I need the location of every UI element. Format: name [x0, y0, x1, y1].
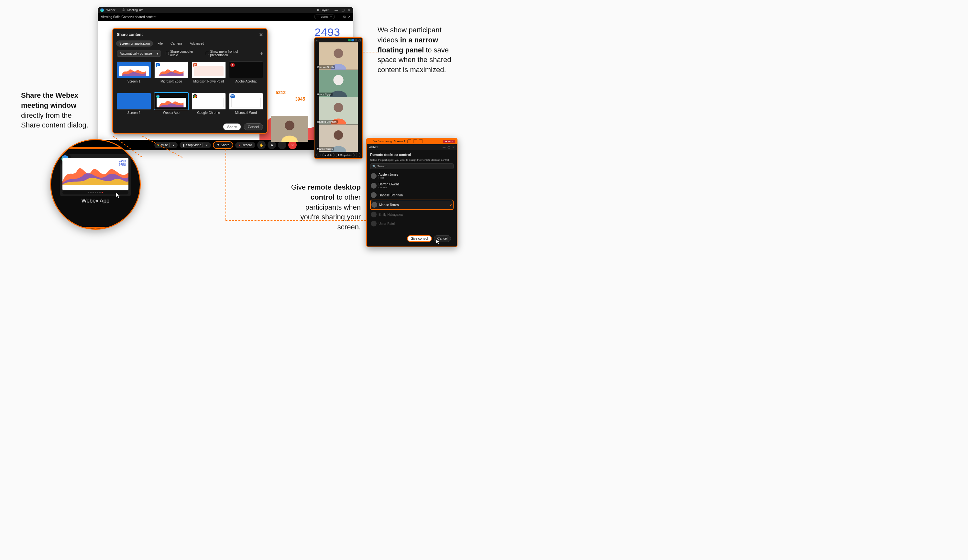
- zoom-label: Webex App: [51, 198, 140, 204]
- cursor-icon: [436, 239, 441, 245]
- end-call-button[interactable]: ✕: [288, 141, 297, 149]
- panel-menu-icon[interactable]: ⌄: [316, 39, 318, 42]
- window-minimize[interactable]: —: [335, 8, 338, 12]
- participant-tile[interactable]: Clarissa Smith: [315, 42, 362, 70]
- pop-out-icon[interactable]: ⧉: [343, 15, 346, 19]
- participant-tile[interactable]: Marise Torres: [315, 124, 362, 152]
- connector-panel: [363, 52, 378, 52]
- window-maximize[interactable]: ▢: [448, 146, 450, 149]
- window-maximize[interactable]: ▢: [341, 8, 345, 12]
- optimize-select[interactable]: Automatically optimize▾: [117, 50, 161, 56]
- share-icon: ⬆: [217, 143, 219, 147]
- chevron-down-icon: ▾: [157, 52, 158, 55]
- rd-row[interactable]: Isabelle Brennan: [370, 191, 454, 200]
- chart-bignum-1: 2493: [315, 26, 340, 38]
- share-cancel-button[interactable]: Cancel: [244, 123, 263, 130]
- share-item-chrome[interactable]: Google Chrome: [192, 93, 226, 121]
- zoom-webex-app-thumb: 2493 7658 Webex App: [50, 139, 141, 230]
- window-close[interactable]: ✕: [452, 146, 455, 149]
- sharing-options-icon[interactable]: [419, 139, 423, 143]
- panel-self-view[interactable]: [317, 153, 321, 157]
- video-menu[interactable]: [202, 143, 208, 147]
- rd-row-disabled: Emily Nakagawa: [370, 210, 454, 219]
- tab-camera[interactable]: Camera: [167, 40, 186, 46]
- rd-row[interactable]: Austen JonesHost: [370, 171, 454, 181]
- sharing-annotate-icon[interactable]: [413, 139, 417, 143]
- window-close[interactable]: ✕: [348, 8, 351, 12]
- tab-advanced[interactable]: Advanced: [187, 40, 207, 46]
- connector-share-to-rd-v: [225, 149, 226, 220]
- rd-row-selected[interactable]: Marise Torres ✓: [370, 200, 454, 210]
- share-item-screen-2[interactable]: Screen 2: [117, 93, 151, 121]
- window-minimize[interactable]: —: [443, 146, 446, 149]
- share-item-screen-1[interactable]: Screen 1: [117, 61, 151, 89]
- panel-close-icon[interactable]: ▢: [358, 39, 361, 42]
- avatar: [371, 183, 376, 189]
- svg-point-3: [334, 48, 343, 58]
- avatar: [371, 202, 377, 208]
- share-item-acrobat[interactable]: A Adobe Acrobat: [229, 61, 264, 89]
- camera-icon: ▮: [183, 143, 185, 147]
- expand-icon[interactable]: ⤢: [348, 15, 350, 19]
- show-me-checkbox[interactable]: Show me in front of presentation: [206, 50, 255, 57]
- mute-button[interactable]: ● Mute: [154, 142, 177, 148]
- reactions-button[interactable]: ☻: [268, 141, 276, 149]
- more-button[interactable]: ⋯: [278, 141, 286, 149]
- panel-mute-button[interactable]: ●Mute: [322, 153, 335, 157]
- avatar: [371, 173, 376, 179]
- svg-point-9: [334, 130, 343, 140]
- dialog-title: Share content: [117, 32, 143, 37]
- gear-icon[interactable]: ⚙: [260, 52, 263, 55]
- panel-stop-video-button[interactable]: ▮Stop video: [336, 153, 355, 157]
- sharing-chevron-icon[interactable]: ⌄: [369, 140, 371, 143]
- webex-logo-icon: [100, 8, 104, 12]
- participant-tile[interactable]: Isabelle Brennan: [315, 97, 362, 124]
- rd-participant-list: Austen JonesHost Darren OwensCohost Isab…: [370, 171, 454, 231]
- participants-floating-panel[interactable]: ⌄ ▢ Clarissa Smith Henry Riggs Isabelle …: [314, 37, 363, 159]
- record-button[interactable]: ● Record: [235, 142, 255, 148]
- stop-video-button[interactable]: ▮ Stop video: [179, 142, 211, 148]
- mute-menu[interactable]: [169, 143, 174, 147]
- give-control-button[interactable]: Give control: [407, 235, 432, 242]
- svg-point-7: [334, 103, 343, 112]
- zoom-control[interactable]: − 100% +: [314, 15, 335, 19]
- raise-hand-button[interactable]: ✋: [257, 141, 265, 149]
- callout-remote-control: Give remote desktop control to other par…: [286, 182, 361, 232]
- share-audio-checkbox[interactable]: Share computer audio: [166, 50, 201, 57]
- cursor-icon: [115, 192, 122, 199]
- viewing-label: Viewing Sofia Gomez's shared content: [101, 15, 156, 19]
- share-item-word[interactable]: W Microsoft Word: [229, 93, 264, 121]
- share-item-powerpoint[interactable]: P Microsoft PowerPoint: [192, 61, 226, 89]
- share-content-dialog: Share content ✕ Screen or application Fi…: [112, 28, 268, 134]
- meeting-info-icon[interactable]: ⓘ: [122, 8, 125, 12]
- sharing-pause-icon[interactable]: [407, 139, 411, 143]
- viewing-bar: Viewing Sofia Gomez's shared content − 1…: [98, 13, 353, 21]
- sharing-target[interactable]: Screen 1: [394, 140, 405, 143]
- zoom-out[interactable]: −: [317, 15, 319, 18]
- search-icon: 🔍: [372, 165, 376, 168]
- rd-window-title: Webex: [369, 146, 378, 149]
- app-name: Webex: [106, 8, 116, 12]
- avatar: [371, 212, 376, 217]
- share-confirm-button[interactable]: Share: [223, 123, 241, 130]
- share-item-edge[interactable]: ◐ Microsoft Edge: [154, 61, 189, 89]
- share-button[interactable]: ⬆ Share: [213, 141, 233, 149]
- remote-desktop-dialog: ⌄ You're sharing Screen 1 ■ Stop Webex —…: [366, 138, 457, 247]
- layout-button[interactable]: ▦ Layout: [317, 8, 329, 12]
- panel-more[interactable]: [356, 153, 360, 157]
- sharing-toolbar[interactable]: ⌄ You're sharing Screen 1 ■ Stop: [367, 138, 457, 144]
- self-view-thumbnail[interactable]: [269, 116, 311, 142]
- participant-tile[interactable]: Henry Riggs: [315, 70, 362, 98]
- stop-sharing-button[interactable]: ■ Stop: [443, 140, 455, 143]
- rd-search-input[interactable]: 🔍 Search: [370, 163, 454, 169]
- meeting-info-label[interactable]: Meeting info: [128, 8, 143, 12]
- connector-share-to-rd-h: [225, 220, 366, 220]
- close-icon[interactable]: ✕: [259, 32, 263, 37]
- share-item-webex-app[interactable]: Webex App: [154, 93, 189, 121]
- zoom-in[interactable]: +: [330, 15, 332, 18]
- tab-screen-app[interactable]: Screen or application: [116, 40, 153, 46]
- rd-row[interactable]: Darren OwensCohost: [370, 181, 454, 191]
- zoom-thumb[interactable]: 2493 7658: [60, 154, 131, 196]
- panel-top-bar[interactable]: ⌄ ▢: [315, 38, 362, 42]
- tab-file[interactable]: File: [154, 40, 166, 46]
